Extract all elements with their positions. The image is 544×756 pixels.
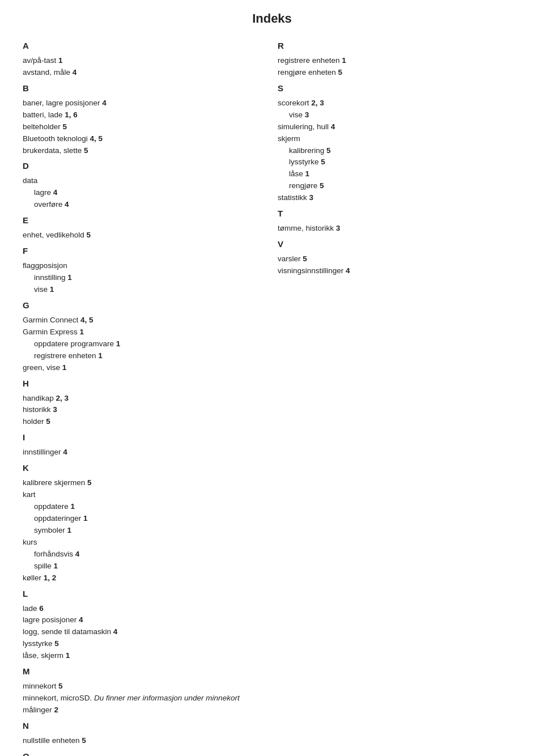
index-entry: av/på-tast 1 bbox=[23, 55, 261, 67]
entry-number: 4 bbox=[65, 200, 69, 209]
index-entry: lysstyrke 5 bbox=[23, 638, 261, 650]
index-entry: belteholder 5 bbox=[23, 121, 261, 133]
index-entry: Garmin Connect 4, 5 bbox=[23, 315, 261, 326]
index-entry: data bbox=[23, 175, 261, 187]
section-letter-m: M bbox=[23, 666, 261, 676]
entry-number: 1 bbox=[54, 562, 58, 570]
section-letter-h: H bbox=[23, 379, 261, 388]
index-entry: lagre posisjoner 4 bbox=[23, 614, 261, 626]
right-column: Rregistrere enheten 1rengjøre enheten 5S… bbox=[272, 36, 521, 756]
section-letter-t: T bbox=[278, 209, 521, 218]
entry-number: 3 bbox=[305, 111, 309, 119]
index-entry: kurs bbox=[23, 537, 261, 549]
left-column: Aav/på-tast 1avstand, måle 4Bbaner, lagr… bbox=[23, 36, 272, 756]
entry-number: 1 bbox=[67, 526, 72, 534]
index-entry: minnekort 5 bbox=[23, 681, 261, 693]
entry-number: 4 bbox=[75, 550, 80, 558]
entry-number: 4 bbox=[331, 122, 335, 131]
index-entry: varsler 5 bbox=[278, 253, 521, 265]
index-entry: rengjøre 5 bbox=[278, 180, 521, 192]
index-entry: tømme, historikk 3 bbox=[278, 223, 521, 235]
entry-number: 4 bbox=[346, 266, 350, 275]
entry-number: 1 bbox=[50, 285, 54, 294]
entry-number: 1 bbox=[305, 169, 310, 178]
entry-number: 1 bbox=[80, 328, 84, 336]
entry-number: 4 bbox=[102, 99, 107, 107]
index-entry: handikap 2, 3 bbox=[23, 393, 261, 405]
section-letter-b: B bbox=[23, 83, 261, 93]
index-entry: holder 5 bbox=[23, 416, 261, 428]
index-entry: spille 1 bbox=[23, 560, 261, 572]
index-entry: oppdatere programvare 1 bbox=[23, 338, 261, 350]
entry-number: 5 bbox=[82, 736, 86, 745]
index-entry: visningsinnstillinger 4 bbox=[278, 265, 521, 277]
index-entry: logg, sende til datamaskin 4 bbox=[23, 626, 261, 638]
entry-number: 5 bbox=[63, 122, 67, 131]
entry-number: 4 bbox=[73, 68, 77, 77]
entry-number: 1 bbox=[83, 514, 88, 523]
index-entry: batteri, lade 1, 6 bbox=[23, 109, 261, 121]
section-letter-v: V bbox=[278, 239, 521, 249]
index-entry: kalibrering 5 bbox=[278, 145, 521, 157]
index-entry: innstillinger 4 bbox=[23, 447, 261, 458]
index-entry: registrere enheten 1 bbox=[278, 55, 521, 67]
section-letter-n: N bbox=[23, 721, 261, 730]
section-letter-a: A bbox=[23, 41, 261, 50]
index-entry: enhet, vedlikehold 5 bbox=[23, 230, 261, 241]
index-entry: statistikk 3 bbox=[278, 192, 521, 204]
entry-number: 1 bbox=[58, 56, 63, 65]
index-entry: historikk 3 bbox=[23, 404, 261, 416]
index-entry: målinger 2 bbox=[23, 704, 261, 716]
entry-number: 1 bbox=[67, 273, 72, 282]
entry-number: 3 bbox=[53, 405, 57, 414]
index-entry: rengjøre enheten 5 bbox=[278, 67, 521, 79]
entry-number: 5 bbox=[87, 478, 92, 487]
index-entry: vise 3 bbox=[278, 109, 521, 121]
section-letter-l: L bbox=[23, 589, 261, 598]
entry-number: 1, 6 bbox=[65, 111, 78, 119]
page-title: Indeks bbox=[23, 11, 521, 26]
index-entry: registrere enheten 1 bbox=[23, 350, 261, 362]
entry-number: 1 bbox=[62, 363, 67, 372]
entry-number: 1, 2 bbox=[44, 574, 57, 582]
entry-number: 5 bbox=[326, 146, 331, 155]
index-entry: innstilling 1 bbox=[23, 272, 261, 284]
entry-number: 4 bbox=[63, 448, 67, 456]
section-letter-o: O bbox=[23, 751, 261, 756]
index-entry: simulering, hull 4 bbox=[278, 121, 521, 133]
index-entry: symboler 1 bbox=[23, 525, 261, 537]
entry-number: 1 bbox=[342, 56, 346, 65]
index-entry: kart bbox=[23, 489, 261, 501]
section-letter-r: R bbox=[278, 41, 521, 50]
entry-number: 1 bbox=[116, 339, 121, 348]
index-entry: avstand, måle 4 bbox=[23, 67, 261, 79]
index-entry: lagre 4 bbox=[23, 187, 261, 199]
index-entry: oppdatere 1 bbox=[23, 501, 261, 513]
entry-number: 5 bbox=[54, 639, 59, 648]
index-entry: vise 1 bbox=[23, 284, 261, 296]
section-letter-e: E bbox=[23, 215, 261, 225]
index-entry: lysstyrke 5 bbox=[278, 156, 521, 168]
entry-number: 3 bbox=[336, 224, 341, 232]
entry-number: 1 bbox=[71, 502, 75, 511]
index-entry: kalibrere skjermen 5 bbox=[23, 477, 261, 489]
entry-number: 2, 3 bbox=[56, 394, 69, 402]
entry-number: 4 bbox=[113, 627, 118, 636]
entry-number: 5 bbox=[320, 181, 324, 190]
index-entry: overføre 4 bbox=[23, 199, 261, 211]
section-letter-f: F bbox=[23, 246, 261, 256]
index-entry: køller 1, 2 bbox=[23, 572, 261, 584]
index-entry: brukerdata, slette 5 bbox=[23, 145, 261, 157]
entry-number: 4 bbox=[79, 615, 83, 624]
entry-number: 5 bbox=[87, 231, 91, 239]
index-entry: låse, skjerm 1 bbox=[23, 650, 261, 662]
index-entry: Garmin Express 1 bbox=[23, 326, 261, 338]
index-entry: låse 1 bbox=[278, 168, 521, 180]
section-letter-d: D bbox=[23, 161, 261, 171]
section-letter-g: G bbox=[23, 300, 261, 310]
entry-number: 2 bbox=[54, 706, 59, 714]
entry-number: 2, 3 bbox=[311, 99, 324, 107]
entry-number: 5 bbox=[321, 158, 325, 166]
index-entry: scorekort 2, 3 bbox=[278, 97, 521, 109]
index-entry: Bluetooth teknologi 4, 5 bbox=[23, 133, 261, 145]
